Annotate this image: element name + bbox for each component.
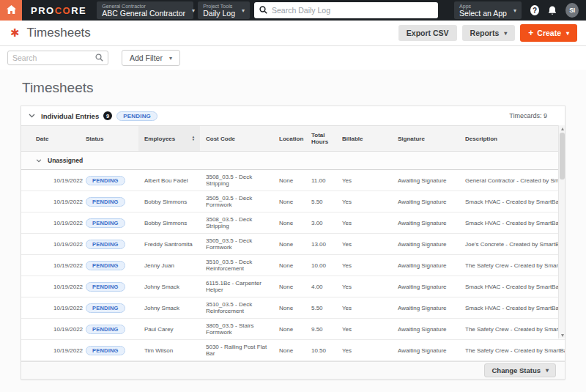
project-tool-picker[interactable]: Project Tools Daily Log ▾ <box>198 1 250 19</box>
cell-date: 10/19/2022 <box>21 319 80 340</box>
table-row[interactable]: 10/19/2022 PENDING Paul Carey 3805_03.5 … <box>21 319 565 340</box>
col-header-cost-code[interactable]: Cost Code <box>200 126 273 152</box>
status-badge: PENDING <box>86 197 125 207</box>
cell-location: None <box>273 234 305 255</box>
cell-status: PENDING <box>80 234 138 255</box>
cell-total-hours: 9.50 <box>305 319 336 340</box>
create-button[interactable]: +Create▾ <box>520 24 577 42</box>
export-csv-button[interactable]: Export CSV <box>398 25 457 41</box>
cell-billable: Yes <box>336 340 392 361</box>
list-search-input[interactable] <box>12 53 95 62</box>
col-header-signature[interactable]: Signature <box>392 126 459 152</box>
page-title: Timesheets <box>22 80 586 96</box>
cell-total-hours: 5.50 <box>305 191 336 212</box>
cell-signature: Awaiting Signature <box>392 276 459 297</box>
tool-title: Timesheets <box>27 26 393 40</box>
table-scrollbar[interactable] <box>558 125 565 339</box>
cell-status: PENDING <box>80 191 138 212</box>
cell-total-hours: 10.00 <box>305 255 336 276</box>
timesheets-table: Date Status Employees ▴▾ Cost Code Locat… <box>21 125 565 361</box>
add-filter-button[interactable]: Add Filter▾ <box>122 50 180 66</box>
table-row[interactable]: 10/19/2022 PENDING Bobby Simmons 3508_03… <box>21 212 565 234</box>
apps-picker-value: Select an App <box>459 10 507 18</box>
cell-employee: Johny Smack <box>138 276 200 297</box>
cell-signature: Awaiting Signature <box>392 191 459 212</box>
notifications-bell-icon[interactable] <box>548 6 557 15</box>
col-header-date[interactable]: Date <box>21 126 80 152</box>
cell-total-hours: 4.00 <box>305 276 336 297</box>
help-icon[interactable]: ? <box>530 5 539 15</box>
company-picker[interactable]: General Contractor ABC General Contracto… <box>97 1 193 19</box>
tool-titlebar: ✱ Timesheets Export CSV Reports▾ +Create… <box>0 21 586 45</box>
cell-total-hours: 3.00 <box>305 212 336 234</box>
cell-total-hours: 11.00 <box>305 170 336 191</box>
table-header-row: Date Status Employees ▴▾ Cost Code Locat… <box>21 126 565 152</box>
group-collapse-chevron-icon[interactable] <box>36 157 42 164</box>
cell-location: None <box>273 319 305 340</box>
cell-cost-code: 3805_03.5 - Stairs Formwork <box>200 319 273 340</box>
table-row[interactable]: 10/19/2022 PENDING Albert Bou Fadel 3508… <box>21 170 565 191</box>
chevron-down-icon: ▾ <box>504 30 507 37</box>
col-header-location[interactable]: Location <box>273 126 305 152</box>
search-icon <box>95 51 103 64</box>
change-status-button[interactable]: Change Status▾ <box>484 363 556 377</box>
status-badge: PENDING <box>86 282 125 292</box>
cell-total-hours: 13.00 <box>305 234 336 255</box>
cell-employee: Paul Carey <box>138 319 200 340</box>
cell-date: 10/19/2022 <box>21 297 80 319</box>
cell-description: Smack HVAC - Created by SmartBarrel on <box>459 276 565 297</box>
section-collapse-chevron-icon[interactable] <box>29 114 35 118</box>
timesheets-tool-icon: ✱ <box>10 26 20 40</box>
sort-icon[interactable]: ▴▾ <box>193 136 194 141</box>
group-row-unassigned[interactable]: Unassigned <box>21 152 565 170</box>
col-header-total-hours[interactable]: Total Hours <box>305 126 336 152</box>
cell-description: Joe's Concrete - Created by SmartBarrel … <box>459 234 565 255</box>
table-row[interactable]: 10/19/2022 PENDING Jenny Juan 3510_03.5 … <box>21 255 565 276</box>
cell-location: None <box>273 191 305 212</box>
cell-description: The Safety Crew - Created by SmartBarrel… <box>459 255 565 276</box>
cell-status: PENDING <box>80 340 138 361</box>
table-row[interactable]: 10/19/2022 PENDING Freddy Santromita 350… <box>21 234 565 255</box>
cell-signature: Awaiting Signature <box>392 340 459 361</box>
status-badge: PENDING <box>86 261 125 270</box>
cell-billable: Yes <box>336 170 392 191</box>
cell-date: 10/19/2022 <box>21 340 80 361</box>
tool-picker-value: Daily Log <box>203 10 235 18</box>
cell-billable: Yes <box>336 255 392 276</box>
section-title: Individual Entries <box>41 112 99 120</box>
cell-total-hours: 5.50 <box>305 297 336 319</box>
scroll-down-icon[interactable] <box>559 332 565 339</box>
cell-billable: Yes <box>336 234 392 255</box>
col-header-description[interactable]: Description <box>459 126 565 152</box>
table-row[interactable]: 10/19/2022 PENDING Johny Smack 3510_03.5… <box>21 297 565 319</box>
cell-billable: Yes <box>336 191 392 212</box>
procore-logo[interactable]: PROCORE <box>31 5 86 16</box>
home-button[interactable] <box>0 0 22 21</box>
table-row[interactable]: 10/19/2022 PENDING Bobby Simmons 3505_03… <box>21 191 565 212</box>
apps-picker[interactable]: Apps Select an App ▾ <box>454 1 522 19</box>
cell-cost-code: 6115.1Bc - Carpenter Helper <box>200 276 273 297</box>
cell-billable: Yes <box>336 276 392 297</box>
section-header: Individual Entries 9 PENDING Timecards: … <box>21 106 565 125</box>
table-row[interactable]: 10/19/2022 PENDING Tim Wilson 5030 - Rai… <box>21 340 565 361</box>
list-search[interactable] <box>7 51 108 65</box>
col-header-employees[interactable]: Employees ▴▾ <box>138 126 200 152</box>
col-header-status[interactable]: Status <box>80 126 138 152</box>
search-icon <box>259 4 267 17</box>
scroll-up-icon[interactable] <box>559 125 565 132</box>
status-badge: PENDING <box>86 325 125 334</box>
cell-location: None <box>273 276 305 297</box>
table-row[interactable]: 10/19/2022 PENDING Johny Smack 6115.1Bc … <box>21 276 565 297</box>
cell-employee: Freddy Santromita <box>138 234 200 255</box>
reports-button[interactable]: Reports▾ <box>462 25 516 41</box>
scrollbar-thumb[interactable] <box>560 133 565 180</box>
status-badge: PENDING <box>86 218 125 228</box>
avatar[interactable]: SI <box>565 3 579 18</box>
top-navbar: PROCORE General Contractor ABC General C… <box>0 0 586 21</box>
global-search-input[interactable] <box>272 6 433 15</box>
chevron-down-icon: ▾ <box>566 30 569 37</box>
cell-location: None <box>273 340 305 361</box>
global-search[interactable] <box>254 2 438 18</box>
cell-description: Smack HVAC - Created by SmartBarrel on <box>459 191 565 212</box>
col-header-billable[interactable]: Billable <box>336 126 392 152</box>
